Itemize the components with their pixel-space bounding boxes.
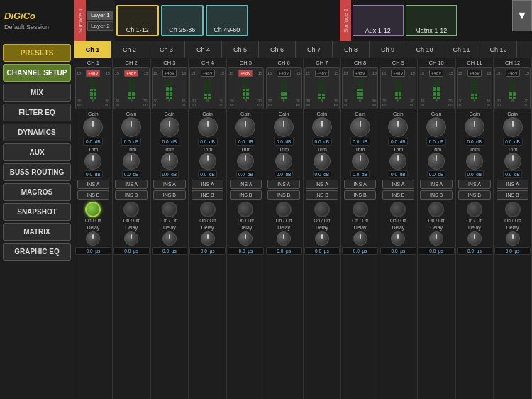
on-off-btn-0[interactable] — [85, 202, 101, 217]
ins-a-btn-1[interactable]: INS A — [115, 180, 148, 189]
ins-a-btn-4[interactable]: INS A — [230, 180, 262, 189]
trim-knob-4[interactable] — [237, 153, 254, 170]
on-off-btn-5[interactable] — [276, 202, 292, 217]
ins-b-btn-5[interactable]: INS B — [267, 190, 300, 200]
on-off-btn-11[interactable] — [505, 202, 521, 217]
ins-a-btn-11[interactable]: INS A — [497, 180, 529, 189]
filter-eq-btn[interactable]: FILTER EQ — [3, 104, 71, 121]
delay-knob-3[interactable] — [201, 231, 215, 246]
delay-knob-11[interactable] — [506, 231, 520, 246]
ins-b-btn-1[interactable]: INS B — [115, 190, 148, 200]
phantom-btn-7[interactable]: +48V — [353, 70, 367, 77]
trim-knob-2[interactable] — [161, 153, 178, 170]
ch-tab-6[interactable]: Ch 7 — [296, 41, 333, 58]
phantom-btn-6[interactable]: +48V — [315, 70, 329, 77]
mix-btn[interactable]: MIX — [3, 84, 71, 102]
phantom-btn-2[interactable]: +48V — [162, 70, 177, 77]
ch-tab-0[interactable]: Ch 1 — [74, 41, 111, 58]
trim-knob-9[interactable] — [428, 153, 445, 170]
ch-tab-8[interactable]: Ch 9 — [370, 41, 406, 58]
ins-b-btn-10[interactable]: INS B — [458, 190, 491, 200]
matrix-btn[interactable]: MATRIX — [3, 223, 71, 241]
ins-b-btn-3[interactable]: INS B — [192, 190, 224, 200]
ins-b-btn-4[interactable]: INS B — [230, 190, 262, 200]
delay-knob-6[interactable] — [315, 231, 329, 246]
delay-knob-9[interactable] — [429, 231, 443, 246]
ch-tab-5[interactable]: Ch 6 — [259, 41, 296, 58]
on-off-btn-2[interactable] — [162, 202, 177, 217]
ins-a-btn-0[interactable]: INS A — [77, 180, 110, 189]
gain-knob-5[interactable] — [274, 117, 294, 137]
graphic-eq-btn[interactable]: GRAPHIC EQ — [3, 243, 71, 261]
phantom-btn-10[interactable]: +48V — [467, 70, 482, 77]
ch-tab-9[interactable]: Ch 10 — [406, 41, 443, 58]
trim-knob-10[interactable] — [466, 153, 483, 170]
delay-knob-2[interactable] — [162, 231, 177, 246]
trim-knob-0[interactable] — [84, 153, 101, 170]
delay-knob-0[interactable] — [86, 231, 100, 246]
phantom-btn-4[interactable]: +48V — [238, 70, 253, 77]
on-off-btn-9[interactable] — [428, 202, 444, 217]
layer1-btn[interactable]: Layer 1 — [87, 11, 113, 20]
gain-knob-6[interactable] — [312, 117, 332, 137]
ch-tab-3[interactable]: Ch 4 — [185, 41, 222, 58]
phantom-btn-9[interactable]: +48V — [429, 70, 443, 77]
ins-a-btn-6[interactable]: INS A — [306, 180, 338, 189]
trim-knob-6[interactable] — [314, 153, 331, 170]
on-off-btn-3[interactable] — [200, 202, 216, 217]
on-off-btn-4[interactable] — [238, 202, 253, 217]
on-off-btn-6[interactable] — [314, 202, 330, 217]
ins-b-btn-8[interactable]: INS B — [382, 190, 415, 200]
dynamics-btn[interactable]: DYNAMICS — [3, 124, 71, 141]
trim-knob-11[interactable] — [504, 153, 521, 170]
delay-knob-7[interactable] — [353, 231, 367, 246]
ins-a-btn-3[interactable]: INS A — [192, 180, 224, 189]
gain-knob-9[interactable] — [426, 117, 446, 137]
ins-a-btn-2[interactable]: INS A — [153, 180, 186, 189]
channel-setup-btn[interactable]: CHANNEL SETUP — [3, 64, 71, 82]
presets-btn[interactable]: PRESETS — [3, 44, 71, 62]
gain-knob-11[interactable] — [503, 117, 523, 137]
nav-strip-ch25-36[interactable]: Ch 25-36 — [161, 5, 204, 36]
nav-strip-matrix1-12[interactable]: Matrix 1-12 — [406, 5, 457, 36]
layer2-btn[interactable]: Layer 2 — [87, 21, 113, 31]
trim-knob-3[interactable] — [199, 153, 216, 170]
delay-knob-8[interactable] — [391, 231, 405, 246]
nav-arrow-btn[interactable]: ▼ — [512, 0, 532, 31]
phantom-btn-3[interactable]: +48V — [201, 70, 215, 77]
ins-b-btn-11[interactable]: INS B — [497, 190, 529, 200]
gain-knob-2[interactable] — [160, 117, 179, 137]
ch-tab-10[interactable]: Ch 11 — [443, 41, 480, 58]
ins-b-btn-6[interactable]: INS B — [306, 190, 338, 200]
aux-btn[interactable]: AUX — [3, 143, 71, 161]
ins-b-btn-2[interactable]: INS B — [153, 190, 186, 200]
trim-knob-7[interactable] — [352, 153, 369, 170]
gain-knob-4[interactable] — [235, 117, 255, 137]
gain-knob-10[interactable] — [465, 117, 484, 137]
trim-knob-5[interactable] — [275, 153, 292, 170]
on-off-btn-8[interactable] — [390, 202, 406, 217]
macros-btn[interactable]: MACROS — [3, 183, 71, 201]
phantom-btn-0[interactable]: +48V — [86, 70, 100, 77]
ins-a-btn-5[interactable]: INS A — [267, 180, 300, 189]
ch-tab-4[interactable]: Ch 5 — [222, 41, 259, 58]
ins-a-btn-10[interactable]: INS A — [458, 180, 491, 189]
ins-b-btn-9[interactable]: INS B — [420, 190, 453, 200]
delay-knob-5[interactable] — [277, 231, 291, 246]
ch-tab-7[interactable]: Ch 8 — [333, 41, 370, 58]
delay-knob-1[interactable] — [124, 231, 138, 246]
gain-knob-3[interactable] — [198, 117, 218, 137]
phantom-btn-1[interactable]: +48V — [124, 70, 138, 77]
on-off-btn-10[interactable] — [467, 202, 482, 217]
phantom-btn-11[interactable]: +48V — [506, 70, 520, 77]
gain-knob-8[interactable] — [388, 117, 408, 137]
phantom-btn-8[interactable]: +48V — [391, 70, 405, 77]
on-off-btn-7[interactable] — [353, 202, 368, 217]
ch-tab-1[interactable]: Ch 2 — [111, 41, 148, 58]
ins-b-btn-0[interactable]: INS B — [77, 190, 110, 200]
ins-b-btn-7[interactable]: INS B — [344, 190, 377, 200]
ins-a-btn-8[interactable]: INS A — [382, 180, 415, 189]
nav-strip-aux1-12[interactable]: Aux 1-12 — [353, 5, 404, 36]
ch-tab-11[interactable]: Ch 12 — [480, 41, 517, 58]
ins-a-btn-7[interactable]: INS A — [344, 180, 377, 189]
